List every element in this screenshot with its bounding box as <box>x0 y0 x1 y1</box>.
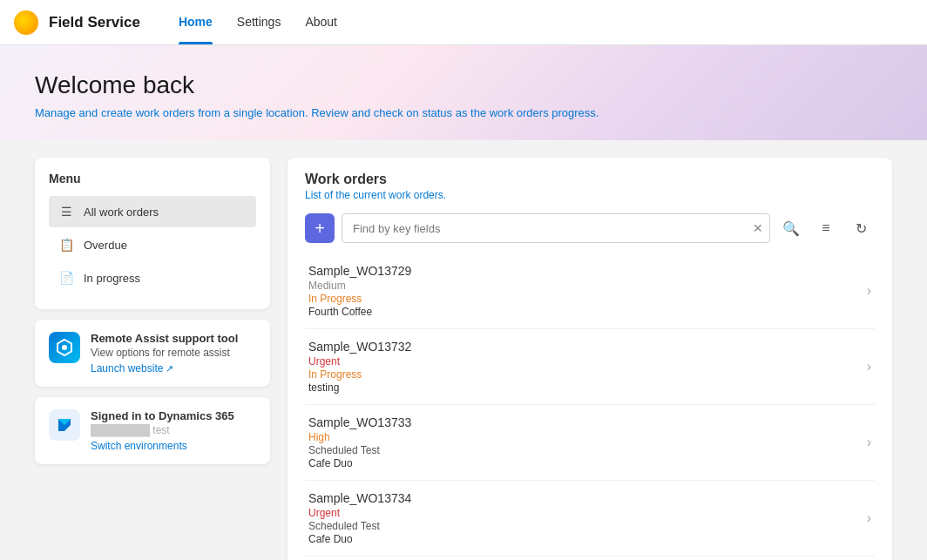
sidebar: Menu ☰ All work orders 📋 Overdue 📄 In pr… <box>35 158 270 464</box>
work-order-item[interactable]: Sample_WO13732 Urgent In Progress testin… <box>305 329 875 405</box>
work-order-status: In Progress <box>308 368 867 381</box>
signed-in-card: Signed in to Dynamics 365 ████████ test … <box>35 397 270 464</box>
filter-icon: ≡ <box>822 220 829 236</box>
work-order-item[interactable]: Sample_WO13729 Medium In Progress Fourth… <box>305 253 875 329</box>
dynamics-icon <box>55 415 74 435</box>
main-nav: Home Settings About <box>168 0 348 44</box>
work-order-name: Sample_WO13729 <box>308 264 867 278</box>
add-work-order-button[interactable]: + <box>305 213 335 243</box>
work-order-name: Sample_WO13734 <box>308 491 867 505</box>
work-order-name: Sample_WO13733 <box>308 415 867 429</box>
chevron-right-icon: › <box>867 435 871 450</box>
search-button[interactable]: 🔍 <box>777 214 805 242</box>
work-order-item-info: Sample_WO13734 Urgent Scheduled Test Caf… <box>308 491 867 545</box>
work-order-priority: High <box>308 431 867 443</box>
work-orders-header: Work orders List of the current work ord… <box>305 172 875 201</box>
menu-item-in-progress[interactable]: 📄 In progress <box>49 262 256 293</box>
search-bar: + ✕ 🔍 ≡ ↻ <box>305 213 875 243</box>
work-order-item[interactable]: Sample_WO13733 High Scheduled Test Cafe … <box>305 405 875 481</box>
svg-point-1 <box>62 345 67 350</box>
work-order-company: Cafe Duo <box>308 457 867 469</box>
app-title: Field Service <box>49 14 140 31</box>
remote-assist-title: Remote Assist support tool <box>91 332 256 345</box>
filter-button[interactable]: ≡ <box>812 214 840 242</box>
welcome-banner: Welcome back Manage and create work orde… <box>0 45 927 140</box>
work-order-priority: Urgent <box>308 507 867 519</box>
launch-website-link[interactable]: Launch website ↗ <box>91 362 256 374</box>
work-orders-list: Sample_WO13729 Medium In Progress Fourth… <box>305 253 875 557</box>
overdue-icon: 📋 <box>58 236 75 253</box>
nav-about[interactable]: About <box>294 0 348 44</box>
work-orders-subtitle: List of the current work orders. <box>305 189 875 201</box>
chevron-right-icon: › <box>867 510 871 526</box>
signed-in-email: ████████ test <box>91 424 256 436</box>
signed-in-title: Signed in to Dynamics 365 <box>91 409 256 422</box>
nav-home[interactable]: Home <box>168 0 223 44</box>
chevron-right-icon: › <box>867 359 871 374</box>
search-icon: 🔍 <box>782 220 800 237</box>
refresh-icon: ↻ <box>856 220 867 237</box>
content-area: Menu ☰ All work orders 📋 Overdue 📄 In pr… <box>0 140 927 560</box>
menu-item-overdue[interactable]: 📋 Overdue <box>49 229 256 260</box>
search-clear-icon[interactable]: ✕ <box>753 221 763 235</box>
work-order-status: Scheduled Test <box>308 444 867 456</box>
work-order-name: Sample_WO13732 <box>308 340 867 354</box>
external-link-icon: ↗ <box>166 363 173 374</box>
remote-assist-card: Remote Assist support tool View options … <box>35 320 270 387</box>
nav-settings[interactable]: Settings <box>227 0 292 44</box>
work-orders-panel: Work orders List of the current work ord… <box>288 158 892 560</box>
app-logo <box>14 10 38 35</box>
welcome-title: Welcome back <box>35 71 892 99</box>
chevron-right-icon: › <box>867 283 871 299</box>
main-content: Welcome back Manage and create work orde… <box>0 45 927 560</box>
menu-title: Menu <box>49 172 256 186</box>
work-order-item-info: Sample_WO13732 Urgent In Progress testin… <box>308 340 867 394</box>
work-order-company: testing <box>308 381 867 394</box>
search-input[interactable] <box>342 213 770 243</box>
work-order-item-info: Sample_WO13729 Medium In Progress Fourth… <box>308 264 867 318</box>
dynamics-logo <box>49 409 80 441</box>
refresh-button[interactable]: ↻ <box>847 214 875 242</box>
work-order-priority: Urgent <box>308 355 867 368</box>
in-progress-icon: 📄 <box>58 269 75 287</box>
signed-in-info: Signed in to Dynamics 365 ████████ test … <box>91 409 256 452</box>
work-order-status: Scheduled Test <box>308 520 867 532</box>
work-order-status: In Progress <box>308 293 867 305</box>
app-header: Field Service Home Settings About <box>0 0 927 45</box>
switch-environments-link[interactable]: Switch environments <box>91 440 256 452</box>
search-input-wrap: ✕ <box>342 213 770 243</box>
remote-assist-description: View options for remote assist <box>91 347 256 359</box>
remote-assist-logo <box>49 332 80 363</box>
welcome-subtitle: Manage and create work orders from a sin… <box>35 106 892 119</box>
all-work-orders-icon: ☰ <box>58 203 75 220</box>
remote-assist-info: Remote Assist support tool View options … <box>91 332 256 374</box>
work-order-company: Fourth Coffee <box>308 306 867 318</box>
work-order-company: Cafe Duo <box>308 533 867 545</box>
menu-card: Menu ☰ All work orders 📋 Overdue 📄 In pr… <box>35 158 270 309</box>
work-orders-title: Work orders <box>305 172 875 187</box>
work-order-priority: Medium <box>308 280 867 292</box>
work-order-item-info: Sample_WO13733 High Scheduled Test Cafe … <box>308 415 867 469</box>
work-order-item[interactable]: Sample_WO13734 Urgent Scheduled Test Caf… <box>305 481 875 557</box>
menu-item-all-work-orders[interactable]: ☰ All work orders <box>49 196 256 227</box>
remote-assist-icon <box>55 338 74 357</box>
